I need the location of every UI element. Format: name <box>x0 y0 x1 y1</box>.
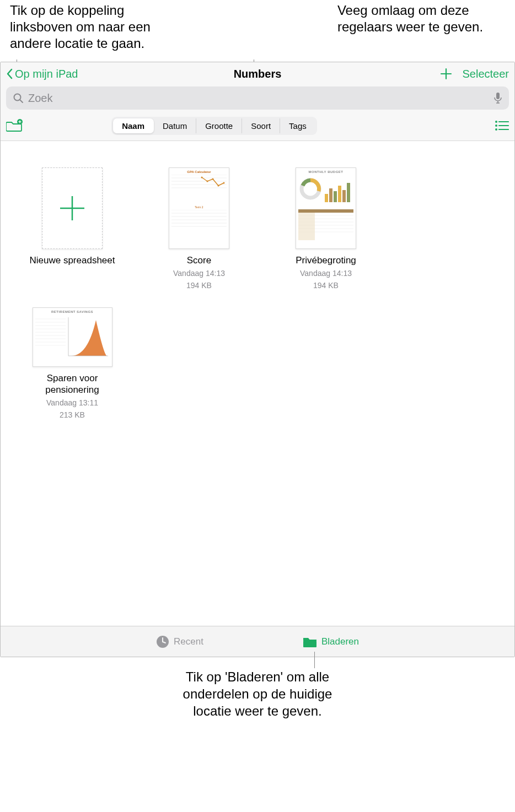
doc-date: Vandaag 13:11 <box>17 398 127 408</box>
doc-date: Vandaag 14:13 <box>271 268 381 278</box>
new-folder-button[interactable] <box>6 119 23 132</box>
doc-name: Score <box>144 255 254 266</box>
tab-label: Bladeren <box>321 636 359 647</box>
svg-rect-39 <box>342 190 346 202</box>
svg-point-10 <box>495 121 497 123</box>
svg-point-27 <box>223 182 225 184</box>
content-area: Nieuwe spreadsheet GPA Calculator <box>1 141 514 626</box>
chevron-left-icon <box>6 68 14 79</box>
back-label: Op mijn iPad <box>15 68 78 80</box>
sort-seg-soort[interactable]: Soort <box>242 118 280 133</box>
doc-name: Nieuwe spreadsheet <box>17 255 127 266</box>
svg-rect-60 <box>303 641 316 647</box>
list-icon <box>495 120 509 131</box>
doc-size: 194 KB <box>271 280 381 290</box>
callout-leader-bottom <box>314 652 315 668</box>
toolbar: Op mijn iPad Numbers Selecteer Zoek <box>1 62 514 141</box>
sort-seg-grootte[interactable]: Grootte <box>196 118 242 133</box>
svg-point-14 <box>495 128 497 131</box>
plus-icon <box>439 67 453 80</box>
tab-recent[interactable]: Recent <box>156 635 203 648</box>
svg-rect-47 <box>298 213 315 240</box>
svg-rect-4 <box>496 93 500 99</box>
svg-point-24 <box>207 181 208 182</box>
search-placeholder: Zoek <box>28 92 493 105</box>
folder-icon <box>303 636 317 648</box>
svg-rect-38 <box>338 186 341 202</box>
svg-rect-37 <box>334 191 337 202</box>
svg-rect-35 <box>325 194 328 202</box>
svg-point-26 <box>218 185 219 187</box>
doc-item-sparen-pensionering[interactable]: RETIREMENT SAVINGS Sparen voor p <box>17 307 127 420</box>
new-spreadsheet-item[interactable]: Nieuwe spreadsheet <box>17 167 127 291</box>
select-button[interactable]: Selecteer <box>463 68 509 80</box>
new-spreadsheet-thumb <box>42 167 103 249</box>
doc-size: 194 KB <box>144 280 254 290</box>
doc-thumb: MONTHLY BUDGET <box>296 167 356 249</box>
callout-top-left: Tik op de koppeling linksboven om naar e… <box>10 2 282 52</box>
back-button[interactable]: Op mijn iPad <box>6 68 78 80</box>
svg-rect-40 <box>347 183 350 202</box>
sort-seg-tags[interactable]: Tags <box>280 118 315 133</box>
search-input[interactable]: Zoek <box>6 86 509 110</box>
callout-top-right: Veeg omlaag om deze regelaars weer te ge… <box>304 2 505 52</box>
doc-name: Privébegroting <box>271 255 381 266</box>
sort-seg-naam[interactable]: Naam <box>113 118 154 133</box>
dictation-icon[interactable] <box>493 92 502 104</box>
svg-point-25 <box>212 178 214 180</box>
documents-grid: Nieuwe spreadsheet GPA Calculator <box>17 167 498 420</box>
app-window: Op mijn iPad Numbers Selecteer Zoek <box>0 62 515 657</box>
doc-name: Sparen voor pensionering <box>17 372 127 396</box>
folder-plus-icon <box>6 119 23 132</box>
view-toggle-button[interactable] <box>495 120 509 131</box>
doc-thumb: RETIREMENT SAVINGS <box>33 307 112 367</box>
doc-size: 213 KB <box>17 410 127 420</box>
doc-date: Vandaag 14:13 <box>144 268 254 278</box>
tab-bar: Recent Bladeren <box>1 626 514 657</box>
plus-icon <box>57 193 88 224</box>
svg-rect-36 <box>329 188 332 202</box>
sort-seg-datum[interactable]: Datum <box>154 118 196 133</box>
doc-item-score[interactable]: GPA Calculator Term 2 <box>144 167 254 291</box>
add-button[interactable] <box>439 67 453 80</box>
sort-segmented-control: Naam Datum Grootte Soort Tags <box>111 117 317 135</box>
page-title: Numbers <box>6 68 509 80</box>
svg-point-23 <box>201 177 203 178</box>
tab-label: Recent <box>174 636 203 647</box>
doc-thumb: GPA Calculator Term 2 <box>169 167 229 249</box>
callout-bottom: Tik op 'Bladeren' om alle onderdelen op … <box>0 657 515 726</box>
tab-bladeren[interactable]: Bladeren <box>303 636 359 648</box>
doc-item-privebegroting[interactable]: MONTHLY BUDGET <box>271 167 381 291</box>
search-icon <box>13 93 24 104</box>
svg-line-3 <box>20 100 23 102</box>
clock-icon <box>156 635 169 648</box>
svg-point-12 <box>495 124 497 127</box>
